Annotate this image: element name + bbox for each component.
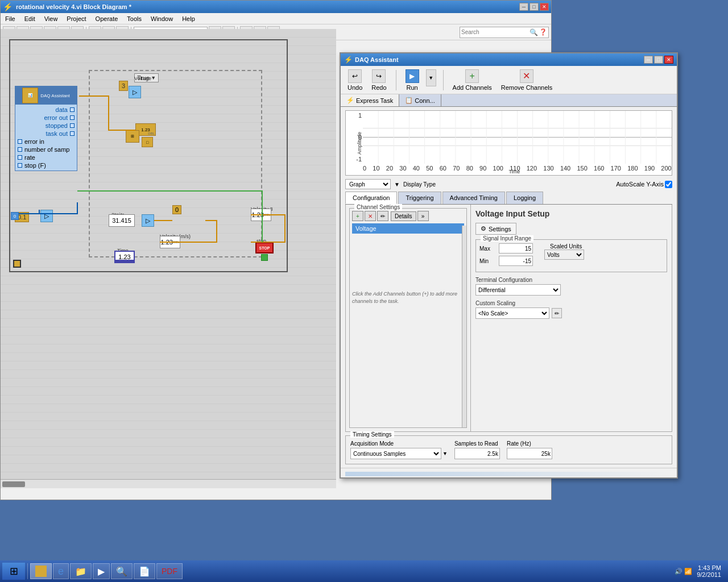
channel-edit-btn[interactable]: ✏	[377, 211, 388, 221]
const-0-orange[interactable]: 0	[172, 205, 181, 214]
daq-add-channels-btn[interactable]: + Add Channels	[450, 68, 494, 92]
search-icon[interactable]: 🔍	[530, 28, 538, 36]
max-label: Max	[479, 246, 497, 252]
const-3[interactable]: 3	[119, 81, 128, 91]
run-dropdown[interactable]: ▼	[426, 69, 436, 86]
conn-tab[interactable]: 📋 Conn...	[399, 94, 441, 106]
rate-label: Rate (Hz)	[507, 440, 552, 447]
channel-item-voltage[interactable]: Voltage	[352, 223, 464, 234]
h-scrollbar[interactable]	[1, 479, 336, 488]
min-row: Min	[479, 256, 533, 266]
rate-input[interactable]	[507, 448, 552, 459]
multiply-node: ▷	[142, 214, 154, 227]
minimize-button[interactable]: ─	[519, 3, 528, 11]
channel-settings-border: Channel Settings + ✕ ✏ Details » Voltage…	[349, 208, 467, 428]
taskbar-separator	[27, 563, 28, 579]
acq-mode-dropdown-container: Continuous Samples ▼	[350, 448, 448, 459]
footer-bar	[345, 472, 672, 476]
menu-edit[interactable]: Edit	[22, 14, 38, 23]
expand-btn[interactable]: »	[417, 211, 429, 221]
custom-scaling-row: <No Scale> ✏	[475, 307, 667, 319]
config-tab-logging[interactable]: Logging	[506, 192, 543, 204]
max-input[interactable]	[499, 243, 533, 253]
triggering-tab-label: Triggering	[406, 194, 433, 201]
stop-button-node: STOP	[255, 242, 274, 261]
autoscale-checkbox[interactable]	[665, 181, 672, 188]
display-type-label: Display Type	[403, 181, 436, 188]
terminal-config-dropdown[interactable]: Differential	[475, 284, 561, 296]
const-0-box: 0	[11, 212, 19, 220]
config-tabs: Configuration Triggering Advanced Timing…	[345, 192, 672, 205]
run-icon: ▶	[406, 69, 419, 83]
search-input[interactable]	[461, 29, 530, 35]
daq-run-btn[interactable]: ▶ Run	[403, 68, 421, 92]
daq-assistant-node[interactable]: 📊 DAQ Assistant data error out stopped	[15, 86, 77, 171]
menu-view[interactable]: View	[42, 14, 60, 23]
graph-display-dropdown[interactable]: Graph	[345, 179, 391, 189]
sys-tray-icons: 🔊 📶	[675, 568, 692, 575]
daq-close[interactable]: ✕	[664, 56, 673, 64]
config-tab-advanced-timing[interactable]: Advanced Timing	[442, 192, 505, 204]
daq-minimize[interactable]: ─	[644, 56, 653, 64]
acq-mode-dropdown[interactable]: Continuous Samples	[350, 448, 441, 459]
taskbar-item-ie[interactable]: e	[53, 563, 69, 579]
docs-icon: 📄	[139, 566, 150, 577]
details-button[interactable]: Details	[391, 211, 416, 221]
menu-window[interactable]: Window	[148, 14, 175, 23]
units-dropdown[interactable]: Volts	[544, 250, 584, 260]
remove-channel-btn[interactable]: ✕	[365, 211, 376, 221]
help-icon[interactable]: ❓	[539, 28, 547, 36]
menu-operate[interactable]: Operate	[93, 14, 121, 23]
port-stop-indicator	[18, 163, 22, 168]
redo-label: Redo	[371, 84, 386, 91]
run-label: Run	[407, 84, 418, 91]
config-tab-triggering[interactable]: Triggering	[398, 192, 441, 204]
loop-indicator	[13, 260, 21, 268]
daq-redo-btn[interactable]: ↪ Redo	[369, 68, 388, 92]
terminal-config-group: Terminal Configuration Differential	[475, 277, 667, 296]
compare-node: ▷	[129, 86, 141, 98]
taskbar: ⊞ e 📁 ▶ 🔍 📄 PDF 🔊 📶 1:43 PM 9/2/2011	[0, 560, 728, 582]
taskbar-item-lv[interactable]	[30, 563, 52, 579]
custom-scaling-dropdown[interactable]: <No Scale>	[475, 307, 549, 319]
search-box: 🔍 ❓	[460, 27, 549, 38]
loop-frame	[89, 70, 262, 257]
daq-toolbar: ↩ Undo ↪ Redo ▶ Run ▼ + Add Channels ✕ R…	[341, 66, 677, 94]
menu-file[interactable]: File	[3, 14, 18, 23]
daq-undo-btn[interactable]: ↩ Undo	[345, 68, 365, 92]
menu-help[interactable]: Help	[180, 14, 197, 23]
samples-to-read-input[interactable]	[454, 448, 500, 459]
h-scroll-thumb[interactable]	[2, 481, 25, 487]
close-button[interactable]: ✕	[540, 3, 549, 11]
daq-maximize[interactable]: □	[654, 56, 663, 64]
voltage-setup-panel: Voltage Input Setup ⚙ Settings Signal In…	[471, 205, 672, 431]
add-channel-btn[interactable]: +	[352, 211, 363, 221]
taskbar-item-media[interactable]: ▶	[93, 563, 110, 579]
taskbar-item-search[interactable]: 🔍	[111, 563, 133, 579]
daq-footer	[341, 468, 677, 480]
min-input[interactable]	[499, 256, 533, 266]
conn-tab-icon: 📋	[405, 97, 413, 104]
taskbar-item-pdf[interactable]: PDF	[156, 563, 183, 579]
daq-window-buttons: ─ □ ✕	[644, 56, 673, 64]
maximize-button[interactable]: □	[530, 3, 539, 11]
express-task-tab[interactable]: ⚡ Express Task	[341, 94, 399, 106]
channel-scrollbar[interactable]	[462, 226, 466, 427]
canvas-inner[interactable]: True ▼ 📊 DAQ Assistant data	[1, 29, 336, 488]
daq-remove-channels-btn[interactable]: ✕ Remove Channels	[499, 68, 555, 92]
menu-tools[interactable]: Tools	[125, 14, 144, 23]
taskbar-item-docs[interactable]: 📄	[134, 563, 155, 579]
port-stopped: stopped	[15, 122, 77, 130]
settings-tab[interactable]: ⚙ Settings	[475, 223, 516, 235]
undo-label: Undo	[348, 84, 362, 91]
port-task-out-indicator	[70, 131, 75, 136]
config-tab-configuration[interactable]: Configuration	[345, 192, 397, 204]
velocity-display: 1.23 DBL	[160, 236, 180, 248]
search-taskbar-icon: 🔍	[116, 566, 127, 577]
start-button[interactable]: ⊞	[2, 563, 25, 580]
taskbar-item-explorer[interactable]: 📁	[70, 563, 92, 579]
scale-edit-btn[interactable]: ✏	[552, 308, 562, 318]
menu-project[interactable]: Project	[64, 14, 88, 23]
acq-mode-label: Acquisition Mode	[350, 440, 448, 447]
timing-settings-label: Timing Settings	[350, 431, 394, 438]
